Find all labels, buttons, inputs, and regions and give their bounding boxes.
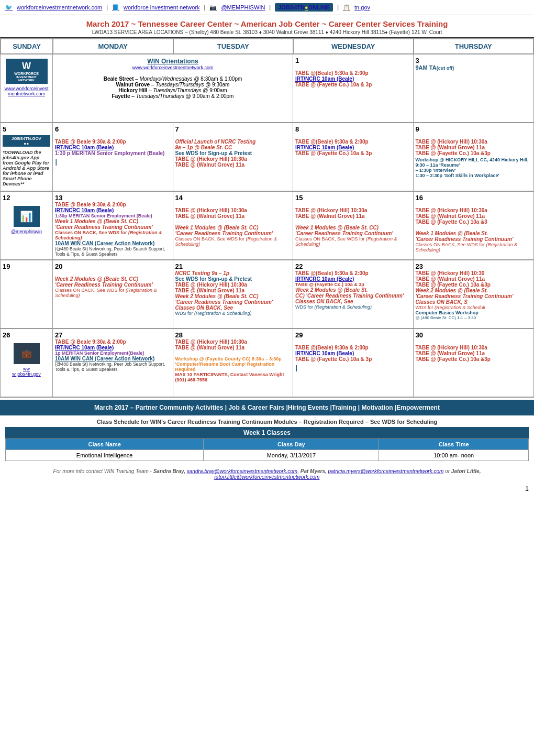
week2-monday: 6 TABE @ Beale 9:30a & 2:00p IRT/NCRC 10… — [53, 123, 173, 191]
thu16-classes: Classes ON BACK, See WDS for (Registrati… — [416, 242, 532, 253]
nav-separator-2: | — [204, 4, 206, 10]
day-28-num: 28 — [175, 331, 291, 339]
nav-link-tn[interactable]: tn.gov — [354, 4, 370, 10]
week5-tuesday: 28 TABE @ (Hickory Hill) 10:30a TABE @ (… — [173, 329, 294, 397]
week5-wednesday: 29 TABE @(Beale) 9:30a & 2:00p IRT/NCRC … — [293, 329, 414, 397]
memphiswin-handle[interactable]: @memphiswin — [11, 229, 42, 234]
thu23-hh: TABE @ (Hickory Hill) 10:30 — [416, 270, 532, 276]
calendar-header-row: SUNDAY MONDAY TUESDAY WEDNESDAY THURSDAY — [1, 39, 533, 54]
schedule-cell-time-1: 10:00 am- noon — [379, 450, 529, 461]
wjobs-link[interactable]: ww — [23, 366, 30, 371]
win-url[interactable]: www.workforceinvestmentnetwork.com — [56, 65, 290, 70]
wed29-bar: I — [295, 364, 411, 374]
page-number: 1 — [0, 484, 534, 494]
contact-footer: For more info contact WIN Training Team … — [0, 464, 534, 484]
day-26-num: 26 — [3, 331, 50, 339]
week-classes-header: Week 1 Classes — [5, 427, 529, 439]
mon6-bar: I — [55, 158, 171, 168]
day-9-num: 9 — [416, 125, 532, 133]
schedule-row-1: Emotional Intelligence Monday, 3/13/2017… — [6, 450, 529, 461]
wed15-classes: Classes ON BACK, See WDS for (Registrati… — [295, 236, 411, 247]
footer-banner: March 2017 – Partner Community Activitie… — [0, 400, 534, 415]
tue14-classes: Classes ON BACK, See WDS for (Registrati… — [175, 236, 291, 247]
day-1-num: 1 — [295, 57, 411, 64]
contact-text: For more info contact WIN Training Team … — [53, 468, 481, 480]
col-header-thursday: THURSDAY — [414, 39, 534, 54]
mon20-classes: Classes ON BACK, See WDS for (Registrati… — [55, 288, 171, 298]
nav-link-facebook[interactable]: workforce investment network — [124, 4, 200, 10]
calendar-week-5: 26 💼 ww w.jobs4tn.gov 27 TABE @ Beale 9:… — [1, 328, 533, 397]
thu16-fay: TABE @ (Fayette Co.) 10a &3 — [416, 219, 532, 225]
calendar-week-4: 19 20 Week 2 Modules @ (Beale St. CC) 'C… — [1, 260, 533, 328]
wed1-irt: IRT/NCRC 10am (Beale) — [295, 76, 411, 82]
thu30-fay: TABE @ (Fayette Co.) 10a &3p — [416, 356, 532, 362]
wed8-tabe2: TABE @ (Fayette Co.) 10a & 3p — [295, 150, 411, 156]
thu9-wg: TABE @ (Walnut Grove) 11a — [416, 145, 532, 150]
mon27-wincan-detail: (@480 Beale St) Networking, Peer Job Sea… — [55, 361, 171, 372]
wed22-career: CC) 'Career Readiness Training Continuum… — [295, 293, 411, 304]
day-14-num: 14 — [175, 194, 291, 202]
contact-name2: Pat Myers, — [301, 468, 327, 474]
tue21-career: 'Career Readiness Training Continuum' Cl… — [175, 299, 291, 311]
week3-wednesday: 15 TABE @ (Hickory Hill) 10:30a TABE @ (… — [293, 192, 414, 260]
wed15-week1: Week 1 Modules @ (Beale St. CC) — [295, 225, 411, 231]
wed15-career: 'Career Readiness Training Continuum' — [295, 231, 411, 236]
mon27-meritan: 1p MERITAN Senior Employment(Beale) — [55, 350, 171, 356]
col-class-time: Class Time — [379, 439, 529, 450]
tue21-hh: TABE @ (Hickory Hill) 10:30a — [175, 282, 291, 288]
contact-email1[interactable]: sandra.bray@workforceinvestmentnetwork.c… — [187, 468, 297, 474]
wed15-wg: TABE @ (Walnut Grove) 11a — [295, 213, 411, 219]
mon13-meritan: 1:30p MERITAN Senior Employment (Beale) — [55, 213, 171, 218]
tue28-max: MAX 10 PARTICIPANTS, Contact Vanessa Wri… — [175, 372, 291, 382]
day-27-num: 27 — [55, 331, 171, 339]
tue21-wg: TABE @ (Walnut Grove) 11a — [175, 288, 291, 293]
nav-separator-3: | — [269, 4, 271, 10]
mon27-tabe: TABE @ Beale 9:30a & 2:00p — [55, 339, 171, 345]
wed22-wds: WDS for (Registration & Scheduling) — [295, 304, 411, 310]
win-walnut: Walnut Grove – Tuesdays/Thursdays @ 9:30… — [56, 82, 290, 87]
top-navigation: 🐦 workforceinvestmentnetwork.com | 📘 wor… — [0, 0, 534, 15]
schedule-cell-day-1: Monday, 3/13/2017 — [204, 450, 379, 461]
mon6-irt: IRT/NCRC 10am (Beale) — [55, 145, 171, 150]
contact-email2[interactable]: patricia.myers@workforceinvestmentnetwor… — [328, 468, 444, 474]
win-title: WIN Orientations — [56, 58, 290, 65]
wjobs-logo-area: 💼 ww w.jobs4tn.gov — [3, 343, 50, 377]
schedule-cell-name-1: Emotional Intelligence — [6, 450, 204, 461]
week5-monday: 27 TABE @ Beale 9:30a & 2:00p IRT/NCRC 1… — [53, 329, 173, 397]
wf-website[interactable]: www.workforceinvestmentnetwork.com — [4, 86, 48, 96]
wed8-tabe: TABE @(Beale) 9:30a & 2:00p — [295, 139, 411, 145]
week4-thursday: 23 TABE @ (Hickory Hill) 10:30 TABE @ (W… — [414, 260, 534, 328]
nav-link-website[interactable]: workforceinvestmentnetwork.com — [17, 4, 102, 10]
contact-name3: Jatori Little, — [451, 468, 481, 474]
tue7-tabe-wg: TABE @ (Walnut Grove) 11a — [175, 162, 291, 168]
thu23-computer: Computer Basics Workshop — [416, 310, 532, 315]
week4-wednesday: 22 TABE @(Beale) 9:30a & 2:00p IRT/NCRC … — [293, 260, 414, 328]
footer-text: March 2017 – Partner Community Activitie… — [94, 404, 440, 411]
week4-monday: 20 Week 2 Modules @ (Beale St. CC) 'Care… — [53, 260, 173, 328]
week4-sunday: 19 — [1, 260, 53, 328]
nav-separator-1: | — [106, 4, 108, 10]
mon13-wincan-detail: (@480 Beale St) Networking, Peer Job Sea… — [55, 246, 171, 257]
thu23-wg: TABE @ (Walnut Grove) 11a — [416, 276, 532, 282]
jobs4tn-logo: JOBS4TN.GOV■ ■ — [3, 135, 50, 147]
mon13-wincan: 10AM WIN CAN (Career Action Network) — [55, 240, 171, 246]
nav-icon-ig: 📷 — [209, 4, 217, 11]
contact-email3[interactable]: jatori.little@workforceinvestmentnetwork… — [215, 474, 320, 480]
wed1-tabe: TABE @(Beale) 9:30a & 2:00p — [295, 70, 411, 76]
nav-link-instagram[interactable]: @MEMPHISWIN — [221, 4, 265, 10]
thu30-hh: TABE @ (Hickory Hill) 10:30a — [416, 345, 532, 350]
week4-tuesday: 21 NCRC Testing 9a – 1p See WDS for Sign… — [173, 260, 294, 328]
day-12-num: 12 — [3, 194, 50, 202]
week1-thursday: 3 9AM TA(cut off) — [414, 54, 534, 123]
day-3-num: 3 — [416, 57, 532, 64]
jobs4tn-text: *DOWNLOAD the jobs4tn.gov App from Googl… — [3, 150, 50, 187]
week2-thursday: 9 TABE @ (Hickory Hill) 10:30a TABE @ (W… — [414, 123, 534, 191]
wed29-tabe2: TABE @ (Fayette Co.) 10a & 3p — [295, 356, 411, 362]
week2-tuesday: 7 Official Launch of NCRC Testing 9a – 1… — [173, 123, 294, 191]
col-header-wednesday: WEDNESDAY — [293, 39, 414, 54]
mon27-wincan: 10AM WIN CAN (Career Action Network) — [55, 356, 171, 361]
wjobs-link2[interactable]: w.jobs4tn.gov — [12, 371, 41, 377]
calendar-container: SUNDAY MONDAY TUESDAY WEDNESDAY THURSDAY… — [0, 38, 534, 398]
wf-text1: WORKFORCE — [9, 72, 44, 75]
schedule-header-row: Class Name Class Day Class Time — [6, 439, 529, 450]
